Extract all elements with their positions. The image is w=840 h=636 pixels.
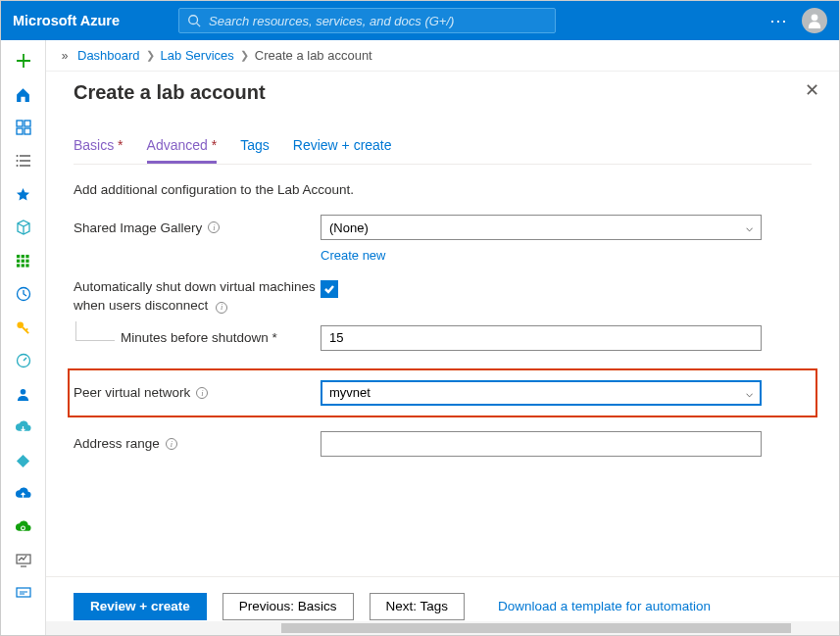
row-shared-gallery: Shared Image Gallery i (None) ⌵ (74, 215, 812, 240)
rail-monitor[interactable] (1, 546, 46, 575)
input-minutes[interactable] (321, 325, 762, 351)
svg-point-7 (16, 155, 18, 157)
rail-user[interactable] (1, 379, 46, 409)
tab-label: Basics (74, 137, 114, 153)
label-text: Automatically shut down virtual machines… (74, 279, 316, 313)
breadcrumb-dashboard[interactable]: Dashboard (77, 48, 140, 63)
breadcrumb-bar: » Dashboard ❯ Lab Services ❯ Create a la… (46, 40, 839, 72)
rail-favorite[interactable] (1, 179, 46, 209)
row-minutes: Minutes before shutdown * (74, 325, 812, 351)
dropdown-value: (None) (329, 220, 369, 235)
svg-rect-12 (25, 254, 28, 257)
user-avatar[interactable] (802, 8, 827, 33)
rail-recent[interactable] (1, 279, 46, 309)
rail-cloud2[interactable] (1, 479, 46, 509)
close-button[interactable]: ✕ (805, 79, 819, 101)
topbar-right: ⋯ (769, 8, 827, 33)
page-body: ✕ Create a lab account Basics * Advanced… (46, 72, 839, 635)
previous-button[interactable]: Previous: Basics (222, 593, 354, 620)
global-search[interactable] (178, 8, 556, 33)
label-auto-shutdown: Automatically shut down virtual machines… (74, 278, 321, 316)
scrollbar-thumb[interactable] (281, 623, 791, 633)
svg-rect-17 (22, 264, 25, 267)
download-template-link[interactable]: Download a template for automation (498, 599, 711, 613)
rail-gauge[interactable] (1, 346, 46, 375)
info-icon[interactable]: i (166, 438, 177, 450)
search-input[interactable] (209, 14, 547, 28)
tree-connector (75, 321, 115, 341)
link-create-new-gallery[interactable]: Create new (321, 248, 812, 263)
info-icon[interactable]: i (216, 302, 227, 314)
row-auto-shutdown: Automatically shut down virtual machines… (74, 278, 812, 316)
cloud-down-icon (15, 420, 31, 434)
checkbox-auto-shutdown[interactable] (321, 280, 338, 298)
svg-rect-4 (25, 121, 30, 126)
tab-label: Tags (240, 137, 270, 153)
dropdown-shared-gallery[interactable]: (None) ⌵ (321, 215, 762, 240)
svg-point-20 (17, 321, 24, 328)
svg-point-8 (16, 160, 18, 162)
breadcrumb-labservices[interactable]: Lab Services (161, 48, 234, 63)
svg-rect-15 (25, 259, 28, 262)
label-text: Peer virtual network (74, 385, 190, 400)
info-icon[interactable]: i (208, 221, 220, 233)
settings-icon (16, 587, 31, 601)
label-address-range: Address range i (74, 436, 321, 451)
rail-dashboard[interactable] (1, 113, 46, 142)
dashboard-icon (16, 120, 31, 135)
rail-diamond[interactable] (1, 446, 46, 475)
tab-label: Review + create (293, 137, 392, 153)
svg-rect-11 (22, 254, 25, 257)
chevron-down-icon: ⌵ (746, 386, 753, 400)
rail-key[interactable] (1, 313, 46, 342)
left-nav-rail (1, 40, 46, 635)
svg-rect-3 (17, 121, 23, 126)
rail-grid[interactable] (1, 246, 46, 275)
dropdown-peer-vnet[interactable]: myvnet ⌵ (321, 380, 762, 406)
more-menu-icon[interactable]: ⋯ (769, 10, 788, 31)
svg-rect-13 (17, 259, 20, 262)
diamond-icon (16, 454, 30, 468)
info-icon[interactable]: i (196, 387, 208, 399)
review-create-button[interactable]: Review + create (74, 593, 207, 620)
rail-add[interactable] (1, 46, 46, 75)
row-address-range: Address range i (74, 431, 812, 457)
expand-menu-icon[interactable]: » (52, 49, 77, 63)
gauge-icon (16, 353, 31, 368)
svg-rect-5 (17, 128, 23, 134)
breadcrumb-current: Create a lab account (255, 48, 372, 63)
page-title: Create a lab account (74, 81, 812, 104)
label-text: Address range (74, 436, 160, 451)
label-text: Minutes before shutdown (121, 330, 269, 345)
highlight-peer-vnet: Peer virtual network i myvnet ⌵ (68, 368, 817, 417)
person-icon (806, 12, 823, 29)
svg-point-2 (812, 14, 818, 21)
rail-settings[interactable] (1, 579, 46, 609)
clock-icon (16, 286, 31, 302)
svg-rect-18 (25, 264, 28, 267)
home-icon (15, 86, 31, 103)
monitor-icon (16, 554, 31, 567)
cloud-up-icon (15, 487, 31, 501)
next-button[interactable]: Next: Tags (370, 593, 466, 620)
label-minutes: Minutes before shutdown * (121, 330, 321, 345)
horizontal-scrollbar[interactable] (46, 621, 839, 635)
rail-cloud1[interactable] (1, 413, 46, 442)
svg-rect-14 (22, 259, 25, 262)
tab-tags[interactable]: Tags (240, 131, 270, 164)
rail-home[interactable] (1, 79, 46, 109)
rail-resource1[interactable] (1, 213, 46, 242)
rail-list[interactable] (1, 146, 46, 175)
list-icon (16, 153, 31, 169)
check-icon (323, 283, 335, 295)
tab-review[interactable]: Review + create (293, 131, 392, 164)
chevron-right-icon: ❯ (240, 49, 249, 62)
input-address-range[interactable] (321, 431, 762, 457)
tab-basics[interactable]: Basics * (74, 131, 124, 164)
rail-cloud3[interactable] (1, 513, 46, 542)
svg-line-1 (197, 24, 201, 27)
dropdown-value: myvnet (329, 385, 371, 400)
svg-rect-6 (25, 128, 30, 134)
key-icon (16, 320, 30, 335)
tab-advanced[interactable]: Advanced * (147, 131, 218, 164)
